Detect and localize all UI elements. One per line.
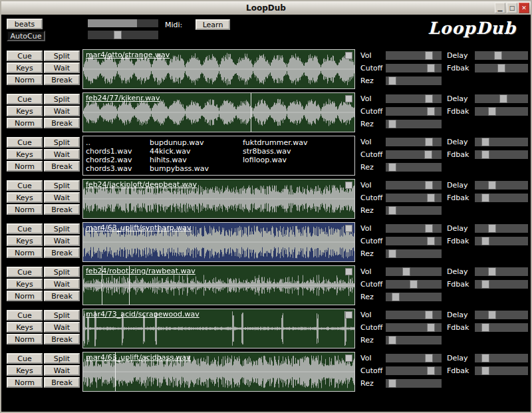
vol-slider[interactable] bbox=[386, 311, 442, 319]
loop-checkbox[interactable] bbox=[345, 182, 352, 189]
wait-button[interactable]: Wait bbox=[44, 63, 80, 73]
file-item[interactable]: .. bbox=[86, 138, 150, 147]
rez-slider-handle[interactable] bbox=[388, 120, 396, 128]
split-button[interactable]: Split bbox=[44, 51, 80, 61]
cutoff-slider-handle[interactable] bbox=[427, 366, 435, 375]
file-item[interactable]: bumpybass.wav bbox=[150, 164, 243, 173]
waveform-display[interactable]: feb24/77/kikenr.wav bbox=[82, 92, 355, 132]
cue-button[interactable]: Cue bbox=[7, 94, 43, 104]
delay-slider[interactable] bbox=[475, 181, 528, 190]
break-button[interactable]: Break bbox=[44, 291, 80, 301]
split-button[interactable]: Split bbox=[44, 94, 80, 104]
cutoff-slider[interactable] bbox=[386, 64, 442, 72]
fdbak-slider[interactable] bbox=[475, 366, 528, 375]
vol-slider[interactable] bbox=[386, 51, 442, 60]
delay-slider-handle[interactable] bbox=[488, 311, 496, 319]
cutoff-slider[interactable] bbox=[386, 194, 442, 202]
waveform-display[interactable]: feb24/robotizing/rawbeat.wav bbox=[82, 265, 355, 305]
wait-button[interactable]: Wait bbox=[44, 322, 80, 333]
norm-button[interactable]: Norm bbox=[7, 377, 43, 388]
fdbak-slider[interactable] bbox=[475, 280, 528, 289]
rez-slider[interactable] bbox=[386, 293, 442, 301]
delay-slider-handle[interactable] bbox=[481, 138, 489, 146]
vol-slider-handle[interactable] bbox=[425, 354, 433, 362]
cutoff-slider-handle[interactable] bbox=[427, 107, 435, 116]
rez-slider-handle[interactable] bbox=[388, 379, 396, 388]
wait-button[interactable]: Wait bbox=[44, 365, 80, 376]
delay-slider[interactable] bbox=[475, 138, 528, 146]
rez-slider-handle[interactable] bbox=[388, 163, 396, 172]
vol-slider-handle[interactable] bbox=[425, 51, 433, 60]
waveform-display[interactable]: mar4/73_acid/scrapewood.wav bbox=[82, 309, 355, 348]
file-item[interactable]: chords3.wav bbox=[86, 164, 150, 173]
vol-slider[interactable] bbox=[386, 354, 442, 362]
vol-slider[interactable] bbox=[386, 138, 442, 146]
norm-button[interactable]: Norm bbox=[7, 118, 43, 128]
norm-button[interactable]: Norm bbox=[7, 74, 43, 85]
delay-slider[interactable] bbox=[475, 267, 528, 276]
close-button[interactable]: ✕ bbox=[519, 3, 529, 13]
cutoff-slider-handle[interactable] bbox=[427, 64, 435, 72]
norm-button[interactable]: Norm bbox=[7, 247, 43, 258]
file-item[interactable]: 44kick.wav bbox=[150, 147, 243, 156]
delay-slider-handle[interactable] bbox=[494, 51, 502, 60]
keys-button[interactable]: Keys bbox=[7, 63, 43, 73]
fdbak-slider-handle[interactable] bbox=[481, 194, 489, 202]
waveform-display[interactable]: mar4/otto/strange.wav bbox=[82, 49, 355, 89]
fdbak-slider-handle[interactable] bbox=[488, 107, 496, 116]
norm-button[interactable]: Norm bbox=[7, 161, 43, 172]
split-button[interactable]: Split bbox=[44, 137, 80, 148]
tempo-slider-handle[interactable] bbox=[114, 31, 122, 39]
wait-button[interactable]: Wait bbox=[44, 149, 80, 160]
waveform-display[interactable]: feb24/jackinloft/deepbeat.wav bbox=[82, 179, 355, 219]
cutoff-slider[interactable] bbox=[386, 323, 442, 332]
cutoff-slider-handle[interactable] bbox=[427, 237, 435, 245]
cutoff-slider-handle[interactable] bbox=[427, 323, 435, 332]
file-browser[interactable]: ..bupdunup.wavfuktdrummer.wavchords1.wav… bbox=[82, 136, 355, 176]
break-button[interactable]: Break bbox=[44, 334, 80, 344]
delay-slider[interactable] bbox=[475, 224, 528, 233]
vol-slider-handle[interactable] bbox=[402, 267, 410, 276]
delay-slider[interactable] bbox=[475, 311, 528, 319]
cutoff-slider[interactable] bbox=[386, 280, 442, 289]
vol-slider-handle[interactable] bbox=[425, 181, 433, 190]
delay-slider-handle[interactable] bbox=[481, 354, 489, 362]
maximize-button[interactable]: □ bbox=[507, 3, 517, 13]
norm-button[interactable]: Norm bbox=[7, 334, 43, 344]
cue-button[interactable]: Cue bbox=[7, 223, 43, 234]
break-button[interactable]: Break bbox=[44, 161, 80, 172]
keys-button[interactable]: Keys bbox=[7, 106, 43, 116]
fdbak-slider[interactable] bbox=[475, 150, 528, 159]
waveform-display[interactable]: mar4/63_uplift/acidbass.wav bbox=[82, 352, 355, 392]
delay-slider[interactable] bbox=[475, 354, 528, 362]
norm-button[interactable]: Norm bbox=[7, 291, 43, 301]
keys-button[interactable]: Keys bbox=[7, 235, 43, 246]
vol-slider-handle[interactable] bbox=[425, 311, 433, 319]
keys-button[interactable]: Keys bbox=[7, 192, 43, 203]
keys-button[interactable]: Keys bbox=[7, 149, 43, 160]
file-item[interactable]: chords1.wav bbox=[86, 147, 150, 156]
fdbak-slider[interactable] bbox=[475, 64, 528, 72]
autocue-toggle[interactable]: AutoCue bbox=[7, 31, 45, 41]
file-item[interactable]: chords2.wav bbox=[86, 156, 150, 164]
loop-checkbox[interactable] bbox=[345, 311, 352, 319]
delay-slider-handle[interactable] bbox=[488, 224, 496, 233]
vol-slider-handle[interactable] bbox=[425, 224, 433, 233]
vol-slider[interactable] bbox=[386, 224, 442, 233]
delay-slider[interactable] bbox=[475, 94, 528, 103]
cutoff-slider[interactable] bbox=[386, 107, 442, 116]
cutoff-slider-handle[interactable] bbox=[410, 280, 418, 289]
fdbak-slider-handle[interactable] bbox=[481, 237, 489, 245]
cue-button[interactable]: Cue bbox=[7, 310, 43, 321]
rez-slider[interactable] bbox=[386, 120, 442, 128]
cue-button[interactable]: Cue bbox=[7, 267, 43, 277]
fdbak-slider[interactable] bbox=[475, 237, 528, 245]
file-item[interactable]: str8bass.wav bbox=[243, 147, 352, 156]
cue-button[interactable]: Cue bbox=[7, 137, 43, 148]
wait-button[interactable]: Wait bbox=[44, 235, 80, 246]
cutoff-slider-handle[interactable] bbox=[424, 150, 432, 159]
waveform-display[interactable]: mar4/63_uplift/syntharp.wav bbox=[82, 222, 355, 262]
fdbak-slider-handle[interactable] bbox=[497, 64, 505, 72]
split-button[interactable]: Split bbox=[44, 267, 80, 277]
rez-slider-handle[interactable] bbox=[388, 76, 396, 85]
